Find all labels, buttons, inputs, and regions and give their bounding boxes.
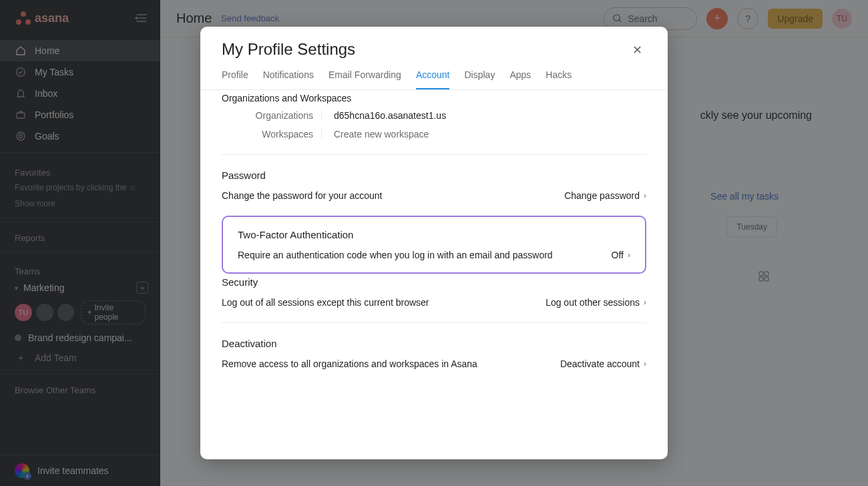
tab-display[interactable]: Display — [464, 69, 495, 89]
password-section: Password Change the password for your ac… — [222, 154, 646, 201]
create-workspace-link[interactable]: Create new workspace — [334, 129, 429, 140]
orgs-section: Organizations and Workspaces Organizatio… — [222, 90, 646, 140]
modal-tabs: Profile Notifications Email Forwarding A… — [200, 60, 668, 90]
close-button[interactable]: ✕ — [628, 40, 646, 60]
tab-apps[interactable]: Apps — [509, 69, 531, 89]
profile-settings-modal: My Profile Settings ✕ Profile Notificati… — [200, 27, 668, 459]
close-icon: ✕ — [632, 43, 642, 57]
tfa-toggle-link[interactable]: Off › — [612, 250, 630, 260]
deactivation-desc: Remove access to all organizations and w… — [222, 358, 477, 369]
deactivation-row: Remove access to all organizations and w… — [222, 358, 646, 369]
tab-account[interactable]: Account — [416, 69, 450, 89]
organizations-label: Organizations — [222, 110, 322, 121]
password-row: Change the password for your account Cha… — [222, 190, 646, 201]
tfa-heading: Two-Factor Authentication — [238, 229, 630, 240]
modal-title: My Profile Settings — [222, 40, 355, 59]
logout-sessions-label: Log out other sessions — [546, 297, 640, 308]
modal-body[interactable]: Organizations and Workspaces Organizatio… — [200, 90, 668, 459]
two-factor-section: Two-Factor Authentication Require an aut… — [222, 216, 646, 274]
password-heading: Password — [222, 170, 646, 181]
chevron-right-icon: › — [644, 191, 646, 200]
change-password-label: Change password — [564, 190, 640, 201]
modal-header: My Profile Settings ✕ — [200, 27, 668, 60]
tfa-status: Off — [612, 250, 624, 260]
workspaces-label: Workspaces — [222, 129, 322, 140]
modal-overlay[interactable]: My Profile Settings ✕ Profile Notificati… — [0, 0, 868, 486]
logout-sessions-link[interactable]: Log out other sessions › — [546, 297, 646, 308]
workspaces-row: Workspaces Create new workspace — [222, 129, 646, 140]
orgs-heading: Organizations and Workspaces — [222, 93, 646, 103]
password-desc: Change the password for your account — [222, 190, 382, 201]
chevron-right-icon: › — [628, 250, 630, 260]
organizations-row: Organizations d65hcna16o.asanatest1.us — [222, 110, 646, 121]
tab-email-forwarding[interactable]: Email Forwarding — [329, 69, 401, 89]
deactivate-account-label: Deactivate account — [560, 358, 640, 369]
tfa-row: Require an authentication code when you … — [238, 250, 630, 260]
deactivation-heading: Deactivation — [222, 338, 646, 349]
security-heading: Security — [222, 276, 646, 288]
security-desc: Log out of all sessions except this curr… — [222, 297, 429, 308]
security-row: Log out of all sessions except this curr… — [222, 297, 646, 308]
deactivate-account-link[interactable]: Deactivate account › — [560, 358, 646, 369]
security-section: Security Log out of all sessions except … — [222, 274, 646, 308]
tfa-desc: Require an authentication code when you … — [238, 250, 553, 260]
deactivation-section: Deactivation Remove access to all organi… — [222, 322, 646, 369]
tab-profile[interactable]: Profile — [222, 69, 248, 89]
chevron-right-icon: › — [644, 359, 646, 369]
tab-hacks[interactable]: Hacks — [546, 69, 572, 89]
tab-notifications[interactable]: Notifications — [263, 69, 314, 89]
organizations-value: d65hcna16o.asanatest1.us — [334, 110, 446, 121]
chevron-right-icon: › — [644, 298, 646, 307]
change-password-link[interactable]: Change password › — [564, 190, 646, 201]
